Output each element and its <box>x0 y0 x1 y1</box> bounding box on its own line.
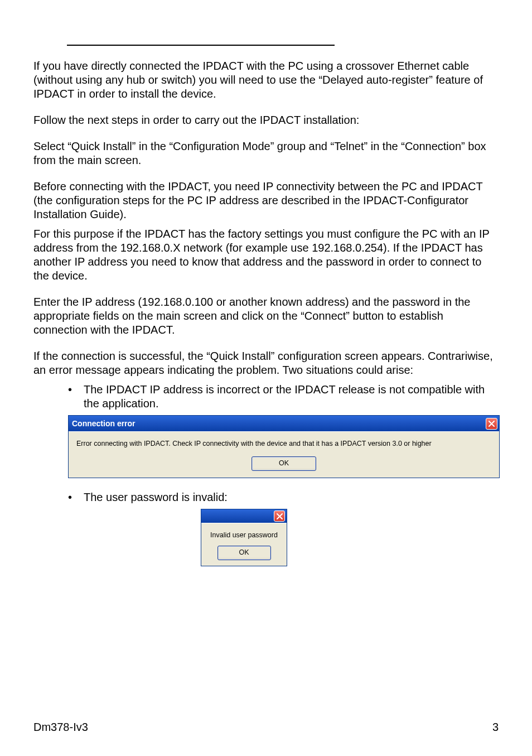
page-number: 3 <box>492 721 499 734</box>
close-button[interactable] <box>274 511 285 522</box>
doc-id: Dm378-Iv3 <box>33 721 88 734</box>
dialog-titlebar: Connection error <box>69 416 499 431</box>
connection-error-dialog: Connection error Error connecting with I… <box>68 415 500 478</box>
dialog-body: Invalid user password OK <box>201 523 287 566</box>
paragraph: If you have directly connected the IPDAC… <box>33 59 499 101</box>
dialog-title: Connection error <box>72 419 136 428</box>
horizontal-rule <box>67 45 335 46</box>
invalid-password-dialog: Invalid user password OK <box>201 509 287 566</box>
paragraph: Enter the IP address (192.168.0.100 or a… <box>33 295 499 337</box>
dialog-message: Invalid user password <box>207 531 281 546</box>
paragraph: Follow the next steps in order to carry … <box>33 113 499 127</box>
ok-button[interactable]: OK <box>217 546 271 560</box>
dialog-message: Error connecting with IPDACT. Check IP c… <box>74 440 494 456</box>
close-icon <box>277 513 283 519</box>
dialog-titlebar <box>201 509 287 523</box>
page-footer: Dm378-Iv3 3 <box>33 721 499 734</box>
close-button[interactable] <box>486 418 497 430</box>
paragraph: For this purpose if the IPDACT has the f… <box>33 227 499 283</box>
close-icon <box>489 421 495 427</box>
paragraph: If the connection is successful, the “Qu… <box>33 349 499 377</box>
list-item: The IPDACT IP address is incorrect or th… <box>68 383 499 411</box>
paragraph: Select “Quick Install” in the “Configura… <box>33 139 499 167</box>
ok-button[interactable]: OK <box>252 456 316 471</box>
dialog-body: Error connecting with IPDACT. Check IP c… <box>69 431 499 478</box>
list-item: The user password is invalid: <box>68 490 499 504</box>
paragraph: Before connecting with the IPDACT, you n… <box>33 180 499 221</box>
